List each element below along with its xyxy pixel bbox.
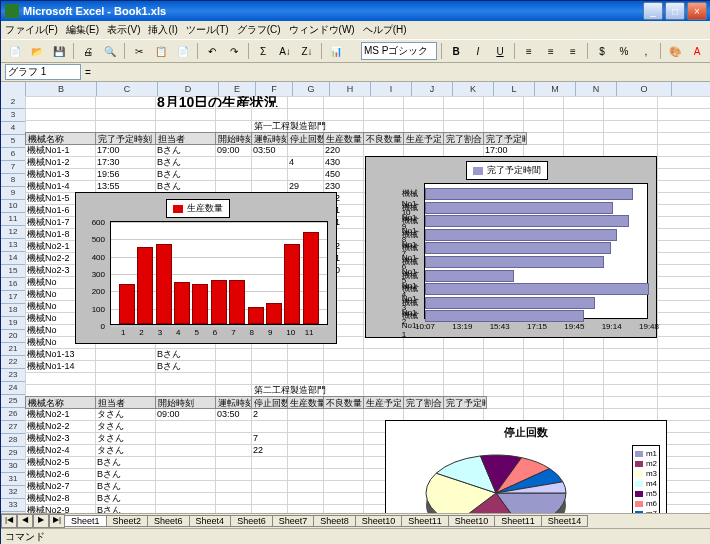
- cell[interactable]: [155, 444, 217, 455]
- row-header[interactable]: 13: [1, 239, 25, 252]
- cell[interactable]: [251, 420, 289, 431]
- col-header[interactable]: M: [535, 82, 576, 96]
- row-header[interactable]: 29: [1, 447, 25, 460]
- bold-icon[interactable]: B: [446, 41, 466, 61]
- cell[interactable]: 機械No1-13: [25, 348, 97, 359]
- cell[interactable]: [251, 456, 289, 467]
- row-header[interactable]: 12: [1, 226, 25, 239]
- cell[interactable]: [251, 492, 289, 503]
- cell[interactable]: [155, 420, 217, 431]
- italic-icon[interactable]: I: [468, 41, 488, 61]
- cell[interactable]: [251, 468, 289, 479]
- cell[interactable]: [215, 168, 253, 179]
- row-headers[interactable]: 2345678910111213141516171819202122232425…: [1, 96, 26, 513]
- column-headers[interactable]: BCDEFGHIJKLMNO: [1, 82, 710, 97]
- cell[interactable]: 8月10日の生産状況: [155, 96, 325, 107]
- cell[interactable]: 機械No1-14: [25, 360, 97, 371]
- col-header[interactable]: C: [97, 82, 158, 96]
- cell[interactable]: [287, 144, 325, 155]
- menu-item[interactable]: 編集(E): [66, 23, 99, 37]
- sheet-tab[interactable]: Sheet10: [448, 515, 496, 527]
- menubar[interactable]: ファイル(F)編集(E)表示(V)挿入(I)ツール(T)グラフ(C)ウィンドウ(…: [1, 21, 710, 39]
- cell[interactable]: 22: [251, 444, 289, 455]
- row-header[interactable]: 9: [1, 187, 25, 200]
- cell[interactable]: 220: [323, 144, 365, 155]
- sheet-tab[interactable]: Sheet2: [106, 515, 149, 527]
- col-header[interactable]: I: [371, 82, 412, 96]
- row-header[interactable]: 18: [1, 304, 25, 317]
- open-icon[interactable]: 📂: [27, 41, 47, 61]
- align-right-icon[interactable]: ≡: [563, 41, 583, 61]
- cell[interactable]: 17:00: [483, 144, 525, 155]
- sheet-tab[interactable]: Sheet4: [189, 515, 232, 527]
- row-header[interactable]: 20: [1, 330, 25, 343]
- menu-item[interactable]: 挿入(I): [148, 23, 177, 37]
- comma-icon[interactable]: ,: [636, 41, 656, 61]
- cell[interactable]: Bさん: [95, 504, 157, 513]
- cell[interactable]: 03:50: [251, 144, 289, 155]
- cell[interactable]: Bさん: [155, 360, 217, 371]
- col-header[interactable]: K: [453, 82, 494, 96]
- row-header[interactable]: 10: [1, 200, 25, 213]
- cell[interactable]: Bさん: [95, 480, 157, 491]
- cell[interactable]: 機械No2-2: [25, 420, 97, 431]
- sheet-tab[interactable]: Sheet11: [401, 515, 449, 527]
- close-button[interactable]: ×: [687, 2, 707, 20]
- cell[interactable]: Bさん: [155, 348, 217, 359]
- cell[interactable]: [155, 468, 217, 479]
- cell[interactable]: 生産数量: [287, 396, 327, 409]
- cell[interactable]: Bさん: [155, 156, 217, 167]
- cell[interactable]: 19:56: [95, 168, 157, 179]
- sheet-tab[interactable]: Sheet11: [494, 515, 542, 527]
- sheet-tab[interactable]: Sheet14: [541, 515, 589, 527]
- row-header[interactable]: 31: [1, 473, 25, 486]
- cell[interactable]: 完了割合: [443, 132, 487, 145]
- standard-toolbar[interactable]: 📄 📂 💾 🖨 🔍 ✂ 📋 📄 ↶ ↷ Σ A↓ Z↓ 📊 MS Pゴシック B…: [1, 39, 710, 63]
- row-header[interactable]: 16: [1, 278, 25, 291]
- cell[interactable]: 機械No1-3: [25, 168, 97, 179]
- cell[interactable]: 完了予定時刻(時間外): [443, 396, 487, 409]
- row-header[interactable]: 2: [1, 96, 25, 109]
- cell-grid[interactable]: 8月10日の生産状況第一工程製造部門機械名称完了予定時刻担当者開始時刻運転時刻停…: [25, 96, 710, 513]
- cell[interactable]: [215, 480, 253, 491]
- cell[interactable]: タさん: [95, 420, 157, 431]
- row-header[interactable]: 14: [1, 252, 25, 265]
- col-header[interactable]: O: [617, 82, 672, 96]
- preview-icon[interactable]: 🔍: [100, 41, 120, 61]
- align-left-icon[interactable]: ≡: [519, 41, 539, 61]
- cell[interactable]: 機械No1-4: [25, 180, 97, 191]
- cell[interactable]: [215, 444, 253, 455]
- row-header[interactable]: 27: [1, 421, 25, 434]
- row-header[interactable]: 21: [1, 343, 25, 356]
- col-header[interactable]: B: [26, 82, 97, 96]
- cell[interactable]: 4: [287, 156, 325, 167]
- cell[interactable]: 17:30: [95, 156, 157, 167]
- cut-icon[interactable]: ✂: [129, 41, 149, 61]
- menu-item[interactable]: ウィンドウ(W): [289, 23, 355, 37]
- cell[interactable]: 430: [323, 156, 365, 167]
- chart-production-qty[interactable]: 生産数量01002003004005006001234567891011: [75, 192, 337, 344]
- sum-icon[interactable]: Σ: [253, 41, 273, 61]
- col-header[interactable]: D: [158, 82, 219, 96]
- minimize-button[interactable]: _: [643, 2, 663, 20]
- cell[interactable]: 450: [323, 168, 365, 179]
- cell[interactable]: 29: [287, 180, 325, 191]
- row-header[interactable]: 30: [1, 460, 25, 473]
- cell[interactable]: Bさん: [95, 492, 157, 503]
- sort-asc-icon[interactable]: A↓: [275, 41, 295, 61]
- underline-icon[interactable]: U: [490, 41, 510, 61]
- tab-last-icon[interactable]: ▶|: [49, 514, 65, 528]
- cell[interactable]: [251, 156, 289, 167]
- cell[interactable]: [215, 180, 253, 191]
- sheet-tabs[interactable]: |◀ ◀ ▶ ▶| Sheet1Sheet2Sheet6Sheet4Sheet6…: [1, 513, 710, 528]
- cell[interactable]: 生産予定: [403, 132, 447, 145]
- col-header[interactable]: N: [576, 82, 617, 96]
- row-header[interactable]: 28: [1, 434, 25, 447]
- new-icon[interactable]: 📄: [5, 41, 25, 61]
- row-header[interactable]: 23: [1, 369, 25, 382]
- cell[interactable]: 完了割合: [403, 396, 447, 409]
- cell[interactable]: [155, 480, 217, 491]
- cell[interactable]: 機械No1-2: [25, 156, 97, 167]
- col-header[interactable]: F: [256, 82, 293, 96]
- row-header[interactable]: 34: [1, 512, 25, 513]
